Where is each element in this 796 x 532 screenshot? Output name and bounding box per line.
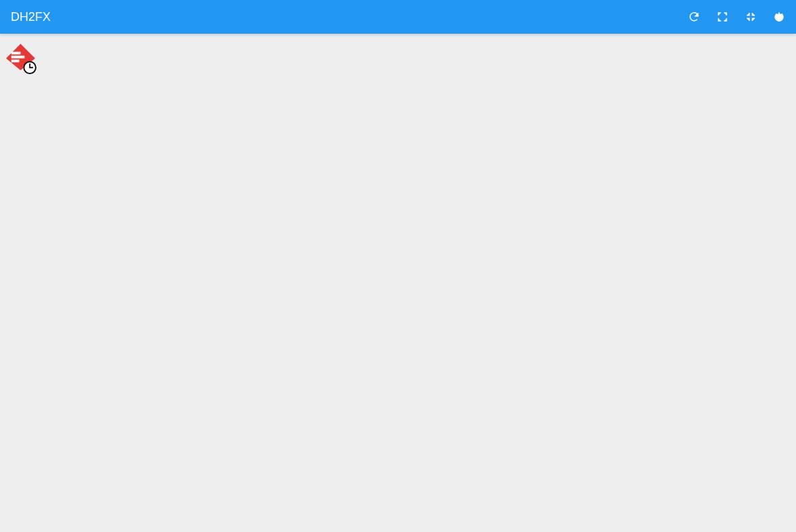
top-icons: [688, 11, 785, 23]
refresh-icon[interactable]: [688, 11, 700, 23]
topbar: DH2FX: [0, 0, 796, 34]
fullscreen-icon[interactable]: [716, 11, 729, 23]
content: april 2014 madiwodovrzazo 14123456157891…: [0, 34, 796, 45]
brand: DH2FX: [11, 10, 51, 24]
exit-fullscreen-icon[interactable]: [745, 11, 757, 23]
power-icon[interactable]: [773, 11, 785, 23]
